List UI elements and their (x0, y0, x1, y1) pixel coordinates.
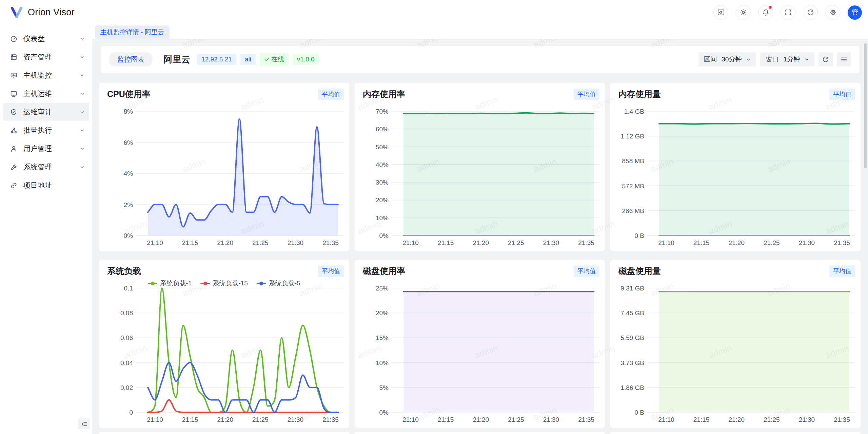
host-tag: ali (240, 54, 256, 65)
svg-text:50%: 50% (376, 144, 389, 151)
chart-card-disk-usage-amount: 磁盘使用量平均值9.31 GB7.45 GB5.59 GB3.73 GB1.86… (610, 260, 861, 428)
svg-text:40%: 40% (376, 161, 389, 168)
theme-toggle-button[interactable] (736, 5, 751, 20)
svg-text:0 B: 0 B (634, 232, 644, 239)
svg-text:0 B: 0 B (634, 409, 644, 416)
chevron-down-icon (746, 57, 751, 62)
sidebar-item-host-ops[interactable]: 主机运维 (3, 85, 89, 102)
sidebar-item-dashboard[interactable]: 仪表盘 (3, 30, 89, 48)
sidebar-item-label: 仪表盘 (23, 34, 80, 43)
svg-text:0%: 0% (379, 232, 389, 239)
svg-text:21:25: 21:25 (764, 239, 780, 246)
tab-host-monitor-detail[interactable]: 主机监控详情 - 阿里云 (95, 25, 170, 39)
svg-text:21:30: 21:30 (799, 239, 815, 246)
svg-text:25%: 25% (376, 285, 389, 292)
svg-text:21:15: 21:15 (438, 416, 454, 423)
window-select[interactable]: 窗口 1分钟 (760, 52, 814, 67)
interval-select[interactable]: 区间 30分钟 (698, 52, 756, 67)
svg-text:21:20: 21:20 (473, 416, 489, 423)
svg-text:0%: 0% (124, 232, 133, 239)
svg-text:21:35: 21:35 (578, 239, 594, 246)
svg-text:21:10: 21:10 (402, 416, 419, 423)
svg-text:1.86 GB: 1.86 GB (620, 384, 644, 391)
legend-item[interactable]: 系统负载-15 (200, 279, 248, 288)
legend-marker-icon (200, 282, 210, 285)
sidebar-item-label: 批量执行 (23, 126, 80, 135)
chevron-down-icon (80, 73, 84, 78)
svg-text:3.73 GB: 3.73 GB (620, 359, 644, 366)
refresh-charts-button[interactable] (818, 52, 833, 67)
chart-card-memory-usage-rate: 内存使用率平均值70%60%50%40%30%20%10%0%21:1021:1… (355, 83, 605, 251)
chevron-down-icon (80, 37, 84, 41)
average-badge: 平均值 (574, 89, 599, 100)
code-editor-button[interactable] (713, 5, 728, 20)
svg-text:0.04: 0.04 (120, 359, 133, 366)
svg-text:8%: 8% (124, 108, 133, 115)
dashboard-icon (10, 35, 17, 42)
host-name: 阿里云 (164, 54, 190, 65)
svg-text:4%: 4% (124, 170, 133, 177)
svg-text:9.31 GB: 9.31 GB (620, 285, 644, 292)
svg-text:21:15: 21:15 (693, 416, 710, 423)
svg-text:21:30: 21:30 (543, 239, 559, 246)
user-avatar[interactable]: 管 (848, 5, 862, 20)
sidebar-item-assets[interactable]: 资产管理 (3, 48, 89, 66)
chart-plot-memory-usage-amount[interactable]: 1.4 GB1.12 GB858 MB572 MB286 MB0 B21:102… (610, 83, 861, 251)
svg-text:7.45 GB: 7.45 GB (620, 309, 644, 317)
menu-icon (841, 56, 847, 63)
host-tag: 12.92.5.21 (197, 54, 236, 65)
legend-item[interactable]: 系统负载-1 (148, 279, 192, 288)
sidebar-item-batch[interactable]: 批量执行 (3, 121, 89, 139)
chart-config-button[interactable] (837, 52, 851, 67)
average-badge: 平均值 (574, 265, 599, 277)
sidebar-item-host-monitor[interactable]: 主机监控 (3, 67, 89, 84)
svg-text:0.02: 0.02 (120, 384, 133, 391)
notifications-button[interactable] (758, 5, 773, 20)
sidebar-item-users[interactable]: 用户管理 (3, 140, 89, 157)
svg-text:21:15: 21:15 (438, 239, 454, 246)
chart-plot-cpu-usage[interactable]: 8%6%4%2%0%21:1021:1521:2021:2521:3021:35 (99, 83, 349, 251)
host-info-bar: 监控图表 阿里云 12.92.5.21ali在线v1.0.0 区间 30分钟 窗… (101, 46, 859, 73)
brand-v-icon (10, 6, 23, 19)
legend-marker-icon (148, 282, 157, 285)
chart-card-header: 内存使用率平均值 (363, 89, 599, 100)
svg-text:0.08: 0.08 (120, 309, 133, 317)
code-icon (717, 9, 725, 16)
svg-text:21:30: 21:30 (288, 239, 304, 246)
fullscreen-button[interactable] (781, 5, 795, 20)
legend-label: 系统负载-5 (269, 279, 300, 288)
refresh-button[interactable] (803, 5, 818, 20)
legend-label: 系统负载-15 (213, 279, 248, 288)
sidebar-collapse-button[interactable] (78, 418, 90, 429)
chevron-down-icon (80, 147, 84, 151)
assets-icon (10, 54, 17, 61)
sidebar-item-audit[interactable]: 运维审计 (3, 103, 89, 121)
chart-card-system-load: 系统负载平均值系统负载-1系统负载-15系统负载-50.10.080.060.0… (99, 260, 349, 428)
chevron-down-icon (80, 165, 84, 169)
svg-text:21:15: 21:15 (182, 416, 198, 423)
svg-text:21:30: 21:30 (799, 416, 815, 423)
svg-text:20%: 20% (376, 309, 389, 317)
average-badge: 平均值 (318, 89, 344, 100)
chevron-down-icon (80, 92, 84, 96)
svg-text:21:15: 21:15 (693, 239, 710, 246)
chevron-down-icon (805, 57, 809, 62)
svg-text:21:25: 21:25 (252, 416, 269, 423)
batch-icon (10, 127, 17, 134)
chart-legend: 系统负载-1系统负载-15系统负载-5 (99, 279, 349, 288)
sidebar-item-system[interactable]: 系统管理 (3, 158, 89, 176)
svg-text:21:25: 21:25 (252, 239, 269, 246)
monitor-chart-button[interactable]: 监控图表 (109, 52, 153, 67)
chevron-down-icon (80, 55, 84, 59)
svg-text:21:20: 21:20 (217, 239, 233, 246)
next-row-card-stub (99, 432, 349, 434)
sidebar-item-link[interactable]: 项目地址 (3, 176, 89, 194)
chart-plot-disk-usage-amount[interactable]: 9.31 GB7.45 GB5.59 GB3.73 GB1.86 GB0 B21… (610, 260, 861, 428)
legend-item[interactable]: 系统负载-5 (257, 279, 300, 288)
chart-plot-memory-usage-rate[interactable]: 70%60%50%40%30%20%10%0%21:1021:1521:2021… (355, 83, 605, 251)
settings-button[interactable] (825, 5, 840, 20)
scrollbar-thumb[interactable] (864, 43, 867, 168)
chart-plot-disk-usage-rate[interactable]: 25%20%15%10%5%0%21:1021:1521:2021:2521:3… (355, 260, 605, 428)
svg-text:858 MB: 858 MB (622, 157, 644, 165)
sidebar-menu: 仪表盘资产管理主机监控主机运维运维审计批量执行用户管理系统管理项目地址 (0, 30, 92, 194)
